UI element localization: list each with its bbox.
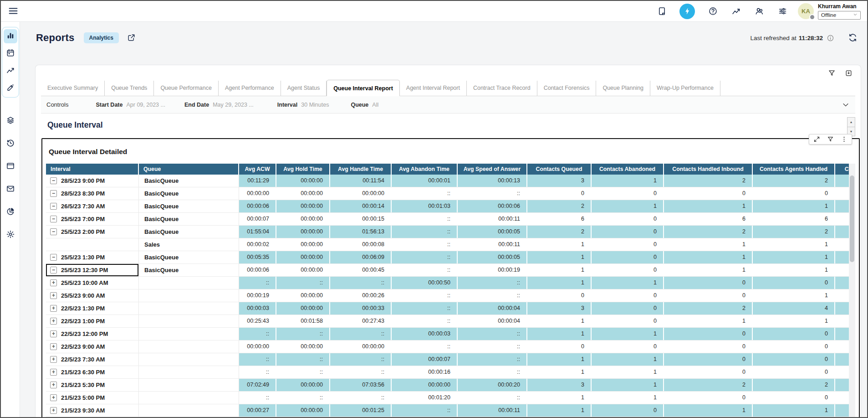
sidebar-item-bar-chart[interactable] xyxy=(4,29,17,43)
queue-cell[interactable] xyxy=(139,353,239,366)
cell-avg-acw[interactable]: 00:00:00 xyxy=(239,341,276,353)
external-link-icon[interactable] xyxy=(127,33,136,42)
cell-avg-hold-time[interactable]: 00:00:00 xyxy=(276,226,330,238)
queue-cell[interactable] xyxy=(139,315,239,327)
queue-cell[interactable]: BasicQueue xyxy=(139,251,239,263)
cell-contacts-abandoned[interactable]: 1 xyxy=(592,353,664,366)
cell-avg-abandon-time[interactable]: 00:00:07 xyxy=(392,353,458,366)
cell-contacts-agents-handled[interactable]: 1 xyxy=(753,200,835,212)
cell-avg-handle-time[interactable]: 00:00:00 xyxy=(330,341,392,353)
cell-avg-acw[interactable]: 00:00:00 xyxy=(239,187,276,200)
collapse-row-icon[interactable]: − xyxy=(50,216,57,222)
tab-agent-status[interactable]: Agent Status xyxy=(281,81,327,96)
interval-cell[interactable]: +25/5/23 10:00 AM xyxy=(46,277,139,289)
interval-cell[interactable]: −26/5/23 7:30 AM xyxy=(46,200,139,212)
cell-contacts-queued[interactable]: 0 xyxy=(527,187,592,200)
tab-contact-forensics[interactable]: Contact Forensics xyxy=(537,81,597,96)
cell-contacts-agents-handled[interactable]: 1 xyxy=(753,264,835,276)
column-header-avg-handle-time[interactable]: Avg Handle Time xyxy=(330,164,392,175)
sidebar-item-gear[interactable] xyxy=(4,228,17,242)
cell-contacts-queued[interactable]: 1 xyxy=(527,392,592,404)
queue-cell[interactable]: BasicQueue xyxy=(139,200,239,212)
cell-contacts-handled-inbound[interactable]: 1 xyxy=(664,251,753,263)
queue-cell[interactable] xyxy=(139,366,239,378)
cell-contacts-abandoned[interactable]: 1 xyxy=(592,392,664,404)
cell-avg-handle-time[interactable]: 01:56:13 xyxy=(330,226,392,238)
sidebar-item-layers[interactable] xyxy=(4,114,17,128)
cell-avg-speed-of-answer[interactable]: 00:00:04 xyxy=(458,302,527,315)
interval-cell[interactable]: −25/5/23 7:00 PM xyxy=(46,213,139,225)
cell-contacts-abandoned[interactable]: 0 xyxy=(592,226,664,238)
cell-contacts-handled-inbound[interactable]: 0 xyxy=(664,353,753,366)
cell-contacts-handled-inbound[interactable]: 0 xyxy=(664,328,753,340)
cell-contacts-handled-inbound[interactable]: 1 xyxy=(664,264,753,276)
interval-cell[interactable]: +21/5/23 5:00 PM xyxy=(46,392,139,404)
cell-avg-hold-time[interactable]: :: xyxy=(276,366,330,378)
tab-queue-interval-report[interactable]: Queue Interval Report xyxy=(327,80,400,96)
cell-avg-abandon-time[interactable]: :: xyxy=(392,315,458,327)
interval-cell[interactable]: −25/5/23 12:30 PM xyxy=(46,264,139,276)
interval-cell[interactable]: +22/5/23 1:00 PM xyxy=(46,315,139,327)
filter-icon[interactable] xyxy=(828,69,836,77)
collapse-row-icon[interactable]: − xyxy=(50,228,57,235)
cell-contacts-agents-handled[interactable]: 0 xyxy=(753,341,835,353)
sidebar-item-window[interactable] xyxy=(4,160,17,174)
cell-avg-abandon-time[interactable]: :: xyxy=(392,289,458,302)
cell-avg-speed-of-answer[interactable]: :: xyxy=(458,328,527,340)
tab-agent-performance[interactable]: Agent Performance xyxy=(219,81,281,96)
cell-avg-speed-of-answer[interactable]: :: xyxy=(458,341,527,353)
cell-avg-hold-time[interactable]: 00:00:00 xyxy=(276,289,330,302)
cell-contacts-agents-handled[interactable]: 4 xyxy=(753,302,835,315)
interval-cell[interactable]: +21/5/23 5:30 PM xyxy=(46,379,139,391)
cell-contacts-agents-handled[interactable]: 1 xyxy=(753,315,835,327)
expand-row-icon[interactable]: + xyxy=(50,356,57,363)
cell-contacts-queued[interactable]: 2 xyxy=(527,226,592,238)
tab-contract-trace-record[interactable]: Contract Trace Record xyxy=(467,81,537,96)
cell-avg-acw[interactable]: 00:00:27 xyxy=(239,404,276,417)
document-icon[interactable] xyxy=(656,6,667,17)
control-interval[interactable]: Interval30 Minutes xyxy=(277,102,329,108)
queue-cell[interactable] xyxy=(139,328,239,340)
cell-avg-hold-time[interactable]: 00:00:00 xyxy=(276,341,330,353)
tab-queue-performance[interactable]: Queue Performance xyxy=(154,81,219,96)
cell-contacts-handled-inbound[interactable]: 0 xyxy=(664,277,753,289)
cell-avg-acw[interactable]: 01:55:04 xyxy=(239,226,276,238)
column-header-contacts-agents-handled[interactable]: Contacts Agents Handled xyxy=(753,164,835,175)
column-header-avg-acw[interactable]: Avg ACW xyxy=(239,164,276,175)
expand-row-icon[interactable]: + xyxy=(50,394,57,401)
status-select[interactable]: Offline xyxy=(818,11,861,20)
tab-executive-summary[interactable]: Executive Summary xyxy=(41,81,105,96)
queue-cell[interactable] xyxy=(139,392,239,404)
interval-cell[interactable]: +22/5/23 7:30 AM xyxy=(46,353,139,366)
cell-avg-abandon-time[interactable]: :: xyxy=(392,264,458,276)
cell-avg-handle-time[interactable]: 00:06:09 xyxy=(330,251,392,263)
cell-avg-hold-time[interactable]: 00:00:00 xyxy=(276,404,330,417)
cell-avg-acw[interactable]: 00:05:35 xyxy=(239,251,276,263)
expand-row-icon[interactable]: + xyxy=(50,369,57,376)
cell-contacts-handled-inbound[interactable]: 2 xyxy=(664,175,753,187)
collapse-row-icon[interactable]: − xyxy=(50,254,57,261)
queue-cell[interactable] xyxy=(139,289,239,302)
cell-avg-handle-time[interactable]: 07:03:56 xyxy=(330,379,392,391)
cell-avg-abandon-time[interactable]: :: xyxy=(392,251,458,263)
cell-avg-handle-time[interactable]: 00:01:25 xyxy=(330,404,392,417)
cell-avg-acw[interactable]: 00:00:19 xyxy=(239,289,276,302)
cell-avg-acw[interactable]: 00:00:03 xyxy=(239,302,276,315)
queue-cell[interactable] xyxy=(139,277,239,289)
cell-avg-handle-time[interactable]: 00:00:33 xyxy=(330,302,392,315)
cell-avg-speed-of-answer[interactable]: 00:00:13 xyxy=(458,175,527,187)
cell-contacts-agents-handled[interactable]: 2 xyxy=(753,175,835,187)
column-header-contacts-abandoned[interactable]: Contacts Abandoned xyxy=(592,164,664,175)
cell-contacts-handled-inbound[interactable]: 0 xyxy=(664,289,753,302)
cell-contacts-handled-inbound[interactable]: 2 xyxy=(664,379,753,391)
collapse-row-icon[interactable]: − xyxy=(50,267,57,274)
cell-avg-acw[interactable]: :: xyxy=(239,277,276,289)
table-vertical-scrollbar[interactable] xyxy=(849,164,855,417)
expand-row-icon[interactable]: + xyxy=(50,318,57,325)
download-icon[interactable] xyxy=(845,69,853,77)
cell-avg-hold-time[interactable]: 00:00:00 xyxy=(276,213,330,225)
cell-avg-handle-time[interactable]: :: xyxy=(330,328,392,340)
line-chart-icon[interactable] xyxy=(730,6,741,17)
expand-row-icon[interactable]: + xyxy=(50,305,57,312)
cell-contacts-queued[interactable]: 1 xyxy=(527,353,592,366)
